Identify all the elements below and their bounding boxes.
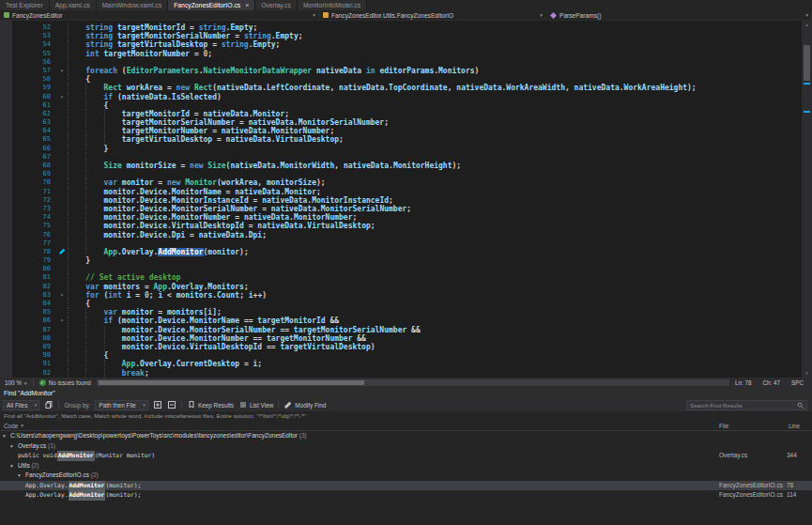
find-group-row[interactable]: ▾FancyZonesEditorIO.cs (2) xyxy=(0,471,812,481)
expander-icon[interactable]: ▾ xyxy=(10,461,18,471)
code-line-70[interactable]: 70 var monitor = new Monitor(workArea, m… xyxy=(0,178,802,187)
list-view-toggle[interactable]: List View xyxy=(238,400,273,409)
code-line-69[interactable]: 69 xyxy=(0,170,802,178)
code-text: int targetMonitorNumber = 0; xyxy=(68,50,802,58)
indent-guide xyxy=(68,93,69,101)
editor-status-bar: 100 % ▾ ✓ No issues found Ln: 78 Ch: 47 … xyxy=(0,378,812,388)
tab-mainwindow-xaml-cs[interactable]: MainWindow.xaml.cs xyxy=(97,0,168,10)
code-line-55[interactable]: 55 int targetMonitorNumber = 0; xyxy=(0,50,802,58)
expander-icon[interactable]: ▾ xyxy=(10,441,18,452)
search-input[interactable] xyxy=(686,400,807,410)
code-line-60[interactable]: 60▾ if (nativeData.IsSelected) xyxy=(0,93,802,101)
fold-chevron-icon[interactable]: ▾ xyxy=(56,93,68,101)
project-icon xyxy=(4,12,9,18)
code-line-65[interactable]: 65 targetVirtualDesktop = nativeData.Vir… xyxy=(0,135,802,144)
code-line-68[interactable]: 68 Size monitorSize = new Size(nativeDat… xyxy=(0,162,802,170)
code-line-78[interactable]: 78 App.Overlay.AddMonitor(monitor); xyxy=(0,248,802,256)
find-group-row[interactable]: ▾C:\Users\zhaopengwang\Desktop\powertoys… xyxy=(0,431,812,441)
document-health-indicator[interactable]: ✓ No issues found xyxy=(39,379,91,386)
scroll-up-icon[interactable]: ▴ xyxy=(802,21,812,29)
group-by-dropdown[interactable]: Path then File ▾ xyxy=(95,400,147,410)
code-line-71[interactable]: 71 monitor.Device.MonitorName = nativeDa… xyxy=(0,188,802,196)
find-group-row[interactable]: ▾Overlay.cs (1) xyxy=(0,441,812,452)
collapse-all-icon[interactable] xyxy=(167,400,176,409)
code-column-header[interactable]: Code ▾ xyxy=(4,421,23,431)
code-line-84[interactable]: 84 { xyxy=(0,300,802,308)
code-line-91[interactable]: 91 App.Overlay.CurrentDesktop = i; xyxy=(0,360,802,368)
tab-monitorinfomodel-cs[interactable]: MonitorInfoModel.cs xyxy=(298,0,367,10)
vertical-scrollbar[interactable]: ▴ ▾ xyxy=(802,21,812,378)
code-line-62[interactable]: 62 targetMonitorId = nativeData.Monitor; xyxy=(0,110,802,118)
code-line-57[interactable]: 57▾ foreach (EditorParameters.NativeMoni… xyxy=(0,67,802,75)
code-line-56[interactable]: 56 xyxy=(0,58,802,67)
code-line-74[interactable]: 74 monitor.Device.MonitorNumber = native… xyxy=(0,213,802,222)
code-token: targetMonitorNumber xyxy=(267,334,353,343)
find-match-row[interactable]: App.Overlay.AddMonitor(monitor);FancyZon… xyxy=(0,481,812,491)
copy-results-icon[interactable] xyxy=(44,400,54,409)
find-match-row[interactable]: App.Overlay.AddMonitor(monitor);FancyZon… xyxy=(0,490,812,501)
code-token: { xyxy=(68,101,108,110)
horizontal-scrollbar[interactable] xyxy=(97,379,729,386)
code-line-92[interactable]: 92 break; xyxy=(0,369,802,378)
code-line-73[interactable]: 73 monitor.Device.MonitorSerialNumber = … xyxy=(0,205,802,213)
code-line-88[interactable]: 88 monitor.Device.MonitorNumber == targe… xyxy=(0,334,802,343)
code-line-87[interactable]: 87 monitor.Device.MonitorSerialNumber ==… xyxy=(0,326,802,334)
code-token: Device xyxy=(158,343,185,351)
code-line-64[interactable]: 64 targetMonitorNumber = nativeData.Moni… xyxy=(0,127,802,135)
code-line-79[interactable]: 79 } xyxy=(0,256,802,265)
tab-overlay-cs[interactable]: Overlay.cs xyxy=(255,0,298,10)
indent-guide xyxy=(68,248,69,256)
expander-icon[interactable]: ▾ xyxy=(18,471,25,481)
code-line-83[interactable]: 83▾ for (int i = 0; i < monitors.Count; … xyxy=(0,291,802,300)
code-line-52[interactable]: 52 string targetMonitorId = string.Empty… xyxy=(0,23,802,32)
scroll-down-icon[interactable]: ▾ xyxy=(802,369,812,378)
code-line-53[interactable]: 53 string targetMonitorSerialNumber = st… xyxy=(0,32,802,40)
scrollbar-thumb[interactable] xyxy=(804,45,810,81)
code-line-82[interactable]: 82 var monitors = App.Overlay.Monitors; xyxy=(0,283,802,291)
expand-all-icon[interactable] xyxy=(153,400,162,409)
project-dropdown[interactable]: FancyZonesEditor ▾ xyxy=(0,10,319,20)
code-line-54[interactable]: 54 string targetVirtualDesktop = string.… xyxy=(0,40,802,49)
code-line-81[interactable]: 81 // Set active desktop xyxy=(0,273,802,282)
line-column-header[interactable]: Line xyxy=(789,421,800,431)
code-line-90[interactable]: 90 { xyxy=(0,351,802,360)
code-line-80[interactable]: 80 xyxy=(0,265,802,273)
tab-test-explorer[interactable]: Test Explorer xyxy=(0,0,50,10)
find-group-row[interactable]: ▾Utils (2) xyxy=(0,461,812,471)
code-line-58[interactable]: 58 { xyxy=(0,75,802,84)
fold-chevron-icon[interactable]: ▾ xyxy=(56,291,68,300)
match-count: (2) xyxy=(30,461,39,471)
code-line-89[interactable]: 89 monitor.Device.VirtualDesktopId == ta… xyxy=(0,343,802,351)
code-line-72[interactable]: 72 monitor.Device.MonitorInstanceId = na… xyxy=(0,196,802,205)
code-line-85[interactable]: 85 var monitor = monitors[i]; xyxy=(0,308,802,317)
code-line-63[interactable]: 63 targetMonitorSerialNumber = nativeDat… xyxy=(0,118,802,127)
code-line-66[interactable]: 66 } xyxy=(0,145,802,153)
find-panel-title[interactable]: Find "AddMonitor" xyxy=(0,388,812,398)
tab-app-xaml-cs[interactable]: App.xaml.cs xyxy=(50,0,97,10)
keep-results-toggle[interactable]: Keep Results xyxy=(187,400,234,409)
indent-guide xyxy=(85,308,86,317)
code-line-61[interactable]: 61 { xyxy=(0,101,802,110)
scrollbar-thumb[interactable] xyxy=(99,380,364,385)
code-line-75[interactable]: 75 monitor.Device.VirtualDesktopId = nat… xyxy=(0,222,802,230)
code-line-76[interactable]: 76 monitor.Device.Dpi = nativeData.Dpi; xyxy=(0,231,802,239)
file-column-header[interactable]: File xyxy=(719,421,728,431)
code-line-59[interactable]: 59 Rect workArea = new Rect(nativeData.L… xyxy=(0,84,802,92)
zoom-select[interactable]: 100 % ▾ xyxy=(5,379,27,386)
fold-chevron-icon[interactable]: ▾ xyxy=(56,67,68,75)
close-icon[interactable]: × xyxy=(245,0,249,10)
code-line-86[interactable]: 86▾ if (monitor.Device.MonitorName == ta… xyxy=(0,317,802,325)
code-token: TopCoordinate xyxy=(389,84,448,92)
member-dropdown[interactable]: ParseParams() ▾ xyxy=(546,10,812,20)
fold-chevron-icon[interactable]: ▾ xyxy=(56,317,68,325)
code-editor[interactable]: 52 string targetMonitorId = string.Empty… xyxy=(0,21,812,378)
code-line-77[interactable]: 77 xyxy=(0,239,802,248)
find-match-row[interactable]: public void AddMonitor(Monitor monitor)O… xyxy=(0,451,812,461)
expander-icon[interactable]: ▾ xyxy=(3,431,10,441)
modify-find-button[interactable]: Modify Find xyxy=(283,400,326,409)
indent-guide xyxy=(68,343,69,351)
tab-fancyzoneseditorio-cs[interactable]: FancyZonesEditorIO.cs× xyxy=(168,0,255,10)
code-line-67[interactable]: 67 xyxy=(0,153,802,162)
scope-dropdown[interactable]: All Files ▾ xyxy=(3,400,39,410)
type-dropdown[interactable]: FancyZonesEditor.Utils.FancyZonesEditorI… xyxy=(319,10,546,20)
